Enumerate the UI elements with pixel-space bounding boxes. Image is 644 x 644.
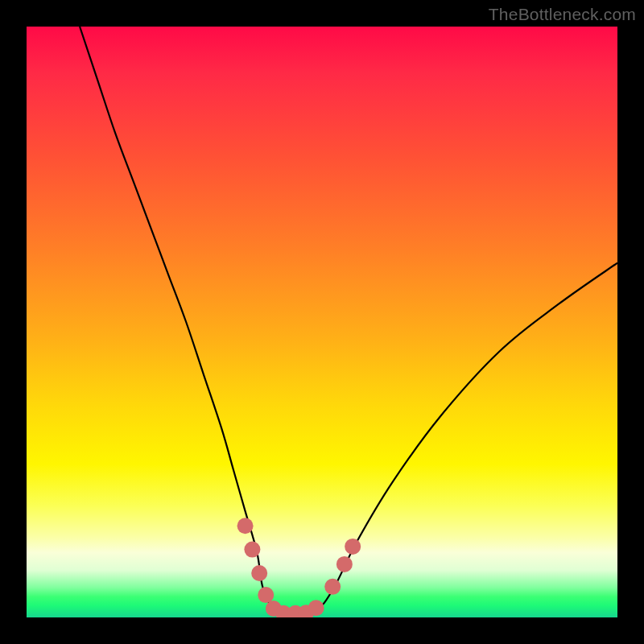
highlight-dot <box>244 542 260 558</box>
highlight-dot <box>308 600 324 616</box>
penalty-curve-path <box>80 27 617 617</box>
highlight-dot <box>237 518 254 534</box>
plot-area <box>27 27 617 617</box>
curve-layer <box>27 27 617 617</box>
highlight-dot <box>336 556 353 572</box>
highlight-markers <box>237 518 361 617</box>
chart-frame: TheBottleneck.com <box>0 0 644 644</box>
watermark-text: TheBottleneck.com <box>489 5 636 24</box>
highlight-dot <box>251 565 267 581</box>
highlight-dot <box>324 579 341 595</box>
highlight-dot <box>345 539 361 555</box>
highlight-dot <box>258 587 274 603</box>
